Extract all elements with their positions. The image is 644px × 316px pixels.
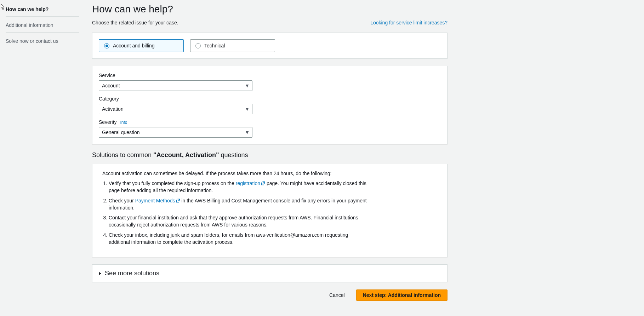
- sidebar-item-label: Additional information: [6, 22, 53, 28]
- radio-label: Account and billing: [113, 43, 155, 48]
- page-title: How can we help?: [92, 4, 448, 15]
- severity-info-link[interactable]: Info: [120, 120, 127, 125]
- sidebar: How can we help? Additional information …: [0, 0, 85, 316]
- severity-select[interactable]: General question: [99, 127, 252, 138]
- radio-label: Technical: [204, 43, 225, 48]
- solutions-intro: Account activation can sometimes be dela…: [102, 171, 437, 176]
- service-select[interactable]: Account: [99, 80, 252, 91]
- service-label: Service: [99, 73, 441, 78]
- issue-type-panel: Account and billing Technical: [92, 33, 448, 59]
- solution-item: Verify that you fully completed the sign…: [109, 180, 371, 194]
- sidebar-item-label: How can we help?: [6, 6, 49, 12]
- severity-label: Severity Info: [99, 119, 441, 125]
- cancel-button[interactable]: Cancel: [323, 290, 351, 300]
- service-limit-link[interactable]: Looking for service limit increases?: [370, 20, 448, 25]
- radio-technical[interactable]: Technical: [190, 39, 275, 52]
- registration-link[interactable]: registration: [236, 180, 265, 186]
- payment-methods-link[interactable]: Payment Methods: [135, 198, 180, 203]
- footer-actions: Cancel Next step: Additional information: [92, 289, 448, 303]
- sidebar-item-label: Solve now or contact us: [6, 38, 58, 44]
- page-subtitle: Choose the related issue for your case.: [92, 20, 178, 25]
- external-link-icon: [261, 181, 265, 185]
- radio-account-billing[interactable]: Account and billing: [99, 39, 184, 52]
- caret-right-icon: [99, 272, 101, 275]
- external-link-icon: [176, 199, 180, 203]
- solution-item: Check your inbox, including junk and spa…: [109, 231, 371, 246]
- sidebar-item-help[interactable]: How can we help?: [6, 4, 79, 17]
- solutions-heading: Solutions to common "Account, Activation…: [92, 151, 448, 159]
- radio-icon: [195, 43, 201, 48]
- sidebar-item-solve-contact[interactable]: Solve now or contact us: [6, 36, 79, 48]
- main-content: How can we help? Choose the related issu…: [85, 0, 460, 316]
- see-more-solutions[interactable]: See more solutions: [92, 264, 448, 282]
- solutions-panel: Account activation can sometimes be dela…: [92, 164, 448, 257]
- category-select[interactable]: Activation: [99, 104, 252, 114]
- form-panel: Service Account ▼ Category Activation ▼ …: [92, 66, 448, 144]
- solution-item: Check your Payment Methods in the AWS Bi…: [109, 197, 371, 212]
- next-step-button[interactable]: Next step: Additional information: [356, 289, 448, 301]
- see-more-label: See more solutions: [105, 270, 159, 277]
- sidebar-item-additional-info[interactable]: Additional information: [6, 20, 79, 33]
- category-label: Category: [99, 96, 441, 102]
- radio-icon: [104, 43, 109, 48]
- solution-item: Contact your financial institution and a…: [109, 214, 371, 229]
